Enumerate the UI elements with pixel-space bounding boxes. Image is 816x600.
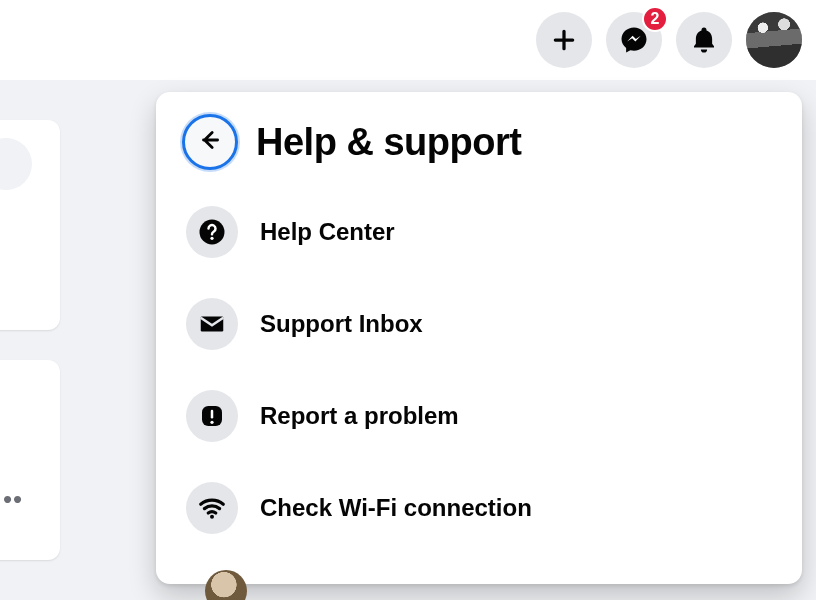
background-card <box>0 360 60 560</box>
menu-item-help-center[interactable]: Help Center <box>172 194 786 270</box>
create-button[interactable] <box>536 12 592 68</box>
avatar-image <box>746 12 802 68</box>
plus-icon <box>551 27 577 53</box>
menu-item-report-problem[interactable]: Report a problem <box>172 378 786 454</box>
help-support-dropdown: Help & support Help Center Support Inbox… <box>156 92 802 584</box>
ellipsis-icon: •• <box>3 484 23 515</box>
question-circle-icon <box>186 206 238 258</box>
arrow-left-icon <box>197 127 223 157</box>
account-avatar[interactable] <box>746 12 802 68</box>
svg-point-5 <box>210 421 213 424</box>
messenger-button[interactable]: 2 <box>606 12 662 68</box>
wifi-icon <box>186 482 238 534</box>
bell-icon <box>689 25 719 55</box>
avatar <box>205 570 247 600</box>
menu-item-label: Support Inbox <box>260 310 423 338</box>
menu-item-check-wifi[interactable]: Check Wi-Fi connection <box>172 470 786 546</box>
svg-rect-4 <box>211 410 214 419</box>
dropdown-header: Help & support <box>166 106 792 188</box>
menu-item-support-inbox[interactable]: Support Inbox <box>172 286 786 362</box>
exclamation-icon <box>186 390 238 442</box>
svg-point-1 <box>210 237 213 240</box>
back-button[interactable] <box>182 114 238 170</box>
help-menu-list: Help Center Support Inbox Report a probl… <box>166 188 792 546</box>
menu-item-label: Report a problem <box>260 402 459 430</box>
menu-item-label: Help Center <box>260 218 395 246</box>
messenger-badge: 2 <box>642 6 668 32</box>
dropdown-title: Help & support <box>256 121 521 164</box>
menu-item-label: Check Wi-Fi connection <box>260 494 532 522</box>
notifications-button[interactable] <box>676 12 732 68</box>
messenger-icon <box>619 25 649 55</box>
top-bar: 2 <box>0 0 816 80</box>
svg-point-6 <box>210 515 214 519</box>
background-card <box>0 120 60 330</box>
envelope-icon <box>186 298 238 350</box>
list-item[interactable] <box>205 570 247 600</box>
